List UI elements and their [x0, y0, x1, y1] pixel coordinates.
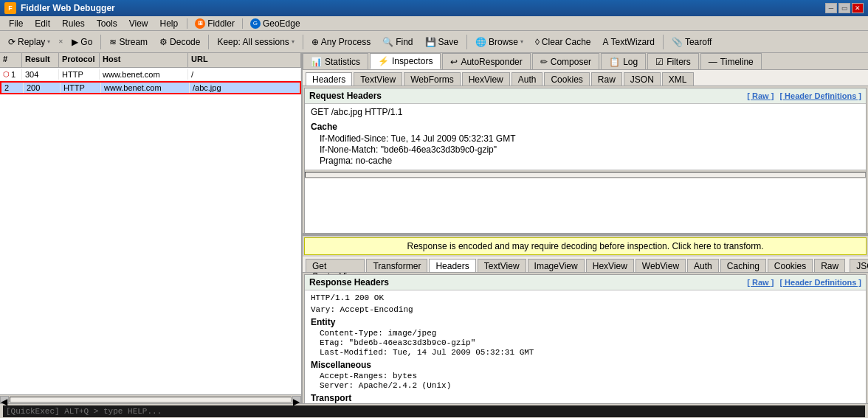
cell-protocol-1: HTTP	[59, 69, 100, 80]
session-hscroll[interactable]: ◀ ▶	[0, 394, 301, 403]
x-button[interactable]: ✕	[57, 38, 65, 45]
restore-button[interactable]: ▭	[838, 3, 850, 13]
tab-log[interactable]: 📋 Log	[601, 53, 646, 69]
stream-button[interactable]: ≋ Stream	[104, 33, 153, 51]
sub-tab-webforms[interactable]: WebForms	[404, 72, 460, 86]
sub-tab-json[interactable]: JSON	[624, 72, 661, 86]
col-header-url[interactable]: URL	[188, 53, 301, 67]
resp-sub-tab-webview[interactable]: WebView	[636, 259, 686, 272]
resp-sub-tab-raw[interactable]: Raw	[814, 259, 845, 272]
sub-tab-xml[interactable]: XML	[662, 72, 694, 86]
tab-composer[interactable]: ✏ Composer	[532, 53, 599, 69]
sub-tab-raw[interactable]: Raw	[591, 72, 622, 86]
request-first-line: GET /abc.jpg HTTP/1.1	[311, 107, 860, 117]
request-header-def-link[interactable]: [ Header Definitions ]	[779, 91, 861, 100]
response-headers-title: Response Headers	[309, 277, 389, 288]
toolbar-sep-3	[303, 35, 303, 49]
textwizard-label: TextWizard	[611, 37, 655, 47]
close-button[interactable]: ✕	[852, 3, 864, 13]
col-header-result[interactable]: Result	[22, 53, 59, 67]
scroll-left-btn[interactable]: ◀	[0, 396, 9, 403]
cell-id-2: 2	[1, 83, 24, 93]
keep-sessions-label: Keep: All sessions	[217, 37, 289, 47]
decode-icon: ⚙	[159, 37, 168, 47]
tab-filters[interactable]: ☑ Filters	[647, 53, 699, 69]
tab-inspectors[interactable]: ⚡ Inspectors	[370, 53, 441, 69]
sub-tab-auth[interactable]: Auth	[512, 72, 543, 86]
scroll-track[interactable]	[10, 397, 292, 403]
keep-sessions-button[interactable]: Keep: All sessions ▾	[212, 33, 299, 51]
request-headers-panel: Request Headers [ Raw ] [ Header Definit…	[304, 88, 867, 234]
resp-sub-tab-cookies[interactable]: Cookies	[768, 259, 813, 272]
tab-statistics[interactable]: 📊 Statistics	[303, 53, 368, 69]
clear-cache-button[interactable]: ◊ Clear Cache	[530, 33, 596, 51]
geo-logo: G	[250, 18, 261, 29]
tearoff-button[interactable]: 📎 Tearoff	[666, 33, 717, 51]
response-area: Response is encoded and may require deco…	[303, 236, 868, 403]
save-label: Save	[438, 37, 458, 47]
menu-edit[interactable]: Edit	[29, 17, 56, 30]
resp-sub-tab-auth[interactable]: Auth	[687, 259, 719, 272]
quickexec-input[interactable]	[3, 405, 865, 417]
go-button[interactable]: ▶ Go	[66, 33, 97, 51]
request-headers-area: Request Headers [ Raw ] [ Header Definit…	[303, 86, 868, 234]
decode-button[interactable]: ⚙ Decode	[154, 33, 205, 51]
save-button[interactable]: 💾 Save	[420, 33, 464, 51]
sub-tab-hexview[interactable]: HexView	[462, 72, 510, 86]
col-header-host[interactable]: Host	[100, 53, 188, 67]
tab-autoresponder[interactable]: ↩ AutoResponder	[442, 53, 530, 69]
find-button[interactable]: 🔍 Find	[377, 33, 418, 51]
tearoff-icon: 📎	[672, 37, 683, 47]
request-raw-link[interactable]: [ Raw ]	[747, 91, 774, 100]
sub-tab-headers[interactable]: Headers	[306, 72, 352, 86]
resp-sub-tab-syntaxview[interactable]: Get SyntaxView	[306, 259, 365, 272]
textwizard-button[interactable]: A TextWizard	[598, 33, 660, 51]
minimize-button[interactable]: ─	[825, 3, 837, 13]
decode-label: Decode	[170, 37, 200, 47]
resp-sub-tab-headers[interactable]: Headers	[429, 259, 475, 272]
any-process-button[interactable]: ⊕ Any Process	[306, 33, 376, 51]
menu-view[interactable]: View	[123, 17, 154, 30]
response-header-def-link[interactable]: [ Header Definitions ]	[779, 278, 861, 287]
request-scroll-track[interactable]	[305, 172, 866, 178]
menu-rules[interactable]: Rules	[56, 17, 91, 30]
misc-line-1: Accept-Ranges: bytes	[320, 372, 860, 380]
col-header-protocol[interactable]: Protocol	[59, 53, 100, 67]
toolbar-sep-2	[208, 35, 209, 49]
menu-geoedge[interactable]: G GeoEdge	[246, 17, 305, 30]
col-header-id[interactable]: #	[0, 53, 22, 67]
tab-timeline[interactable]: — Timeline	[700, 53, 762, 69]
any-process-label: Any Process	[321, 37, 371, 47]
sub-tab-cookies[interactable]: Cookies	[544, 72, 589, 86]
vary-line: Vary: Accept-Encoding	[311, 305, 860, 314]
cache-line-2: If-None-Match: "bde6b-46ea3c3d3b9c0-gzip…	[320, 144, 860, 155]
request-hscroll[interactable]	[305, 170, 866, 178]
menu-help[interactable]: Help	[154, 17, 185, 30]
entity-line-1: Content-Type: image/jpeg	[320, 329, 860, 338]
browse-button[interactable]: 🌐 Browse ▾	[470, 33, 528, 51]
resp-sub-tab-imageview[interactable]: ImageView	[528, 259, 585, 272]
replay-button[interactable]: ⟳ Replay ▾	[3, 33, 55, 51]
composer-icon: ✏	[540, 57, 548, 67]
menu-tools[interactable]: Tools	[91, 17, 123, 30]
resp-sub-tab-json[interactable]: JSON	[850, 259, 868, 272]
response-headers-panel: Response Headers [ Raw ] [ Header Defini…	[304, 274, 867, 403]
resp-sub-tab-transformer[interactable]: Transformer	[366, 259, 427, 272]
response-raw-link[interactable]: [ Raw ]	[747, 278, 774, 287]
menu-file[interactable]: File	[3, 17, 29, 30]
right-pane: 📊 Statistics ⚡ Inspectors ↩ AutoResponde…	[303, 53, 868, 403]
encoded-notice[interactable]: Response is encoded and may require deco…	[304, 237, 867, 255]
window-controls[interactable]: ─ ▭ ✕	[825, 3, 864, 13]
resp-sub-tab-textview[interactable]: TextView	[478, 259, 526, 272]
resp-sub-tab-caching[interactable]: Caching	[720, 259, 766, 272]
sub-tab-textview[interactable]: TextView	[354, 72, 402, 86]
cache-line-3: Pragma: no-cache	[320, 156, 860, 166]
table-row[interactable]: ⬡1 304 HTTP www.benet.com /	[0, 68, 301, 81]
cell-protocol-2: HTTP	[61, 83, 101, 93]
scroll-right-btn[interactable]: ▶	[292, 396, 301, 403]
table-row[interactable]: 2 200 HTTP www.benet.com /abc.jpg	[0, 81, 301, 94]
find-icon: 🔍	[382, 37, 393, 47]
resp-sub-tab-hexview[interactable]: HexView	[586, 259, 634, 272]
menu-fiddler[interactable]: ⊞ Fiddler	[190, 17, 239, 30]
inspectors-icon: ⚡	[378, 56, 389, 66]
